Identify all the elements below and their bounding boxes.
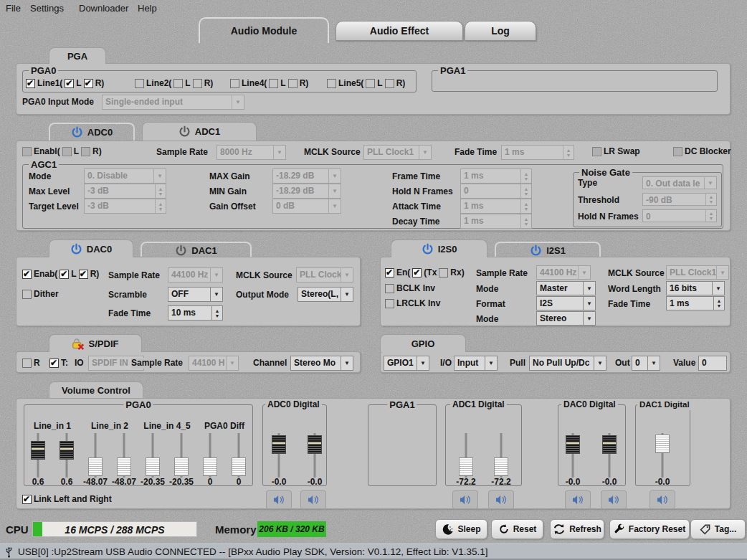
dac-fade-spinner[interactable]: 10 ms▲▼: [168, 305, 223, 321]
line4-r-checkbox[interactable]: [288, 79, 298, 88]
adc-enable-checkbox[interactable]: [22, 147, 32, 156]
tab-volume-control[interactable]: Volume Control: [49, 381, 143, 398]
volume-slider[interactable]: [196, 433, 224, 478]
tab-i2s0[interactable]: I2S0: [391, 239, 487, 257]
spdif-sample-rate-select[interactable]: 44100 H▼: [189, 356, 239, 371]
spinner-arrows[interactable]: ▲▼: [705, 210, 716, 222]
volume-slider[interactable]: [167, 433, 196, 478]
volume-slider[interactable]: [558, 433, 587, 478]
tab-audio-effect[interactable]: Audio Effect: [336, 21, 463, 41]
i2s-sample-rate-select[interactable]: 44100 Hz▼: [536, 265, 591, 280]
i2s-mode2-select[interactable]: Stereo▼: [536, 311, 596, 326]
spinner-arrows[interactable]: ▲▼: [705, 194, 716, 205]
gpio-pin-select[interactable]: GPIO1▼: [384, 356, 429, 371]
tab-log[interactable]: Log: [465, 21, 536, 41]
i2s-fade-spinner[interactable]: 1 ms▲▼: [666, 296, 725, 310]
refresh-button[interactable]: Refresh: [550, 519, 604, 539]
agc-target-level-spinner[interactable]: -3 dB▲▼: [84, 199, 166, 214]
mute-button[interactable]: [601, 490, 627, 509]
volume-slider[interactable]: [300, 433, 329, 478]
tag-button[interactable]: Tag...: [690, 519, 746, 539]
spinner-arrows[interactable]: ▲▼: [155, 184, 166, 198]
volume-slider[interactable]: [452, 433, 480, 478]
line4-checkbox[interactable]: [230, 79, 239, 88]
mute-button[interactable]: [488, 490, 514, 509]
volume-slider[interactable]: [648, 433, 677, 478]
line1-checkbox[interactable]: [26, 79, 35, 88]
menu-downloader[interactable]: Downloader: [79, 3, 128, 14]
mute-button[interactable]: [565, 490, 591, 509]
adc-fade-spinner[interactable]: 1 ms▲▼: [501, 145, 574, 160]
menu-file[interactable]: File: [6, 3, 21, 14]
agc-mode-select[interactable]: 0. Disable▼: [84, 169, 166, 184]
i2s-format-select[interactable]: I2S▼: [536, 296, 596, 310]
tab-dac1[interactable]: DAC1: [141, 242, 252, 257]
line5-r-checkbox[interactable]: [385, 79, 394, 88]
dac-sample-rate-select[interactable]: 44100 Hz▼: [168, 267, 223, 283]
volume-slider[interactable]: [138, 433, 167, 478]
adc-l-checkbox[interactable]: [62, 147, 72, 156]
spinner-arrows[interactable]: ▲▼: [155, 199, 166, 213]
adc-mclk-select[interactable]: PLL Clock1▼: [363, 145, 432, 160]
volume-slider[interactable]: [595, 433, 624, 478]
agc-decay-spinner[interactable]: 1 ms▲▼: [460, 214, 532, 229]
gpio-io-select[interactable]: Input▼: [454, 356, 498, 371]
spinner-arrows[interactable]: ▲▼: [520, 169, 531, 183]
gpio-pull-select[interactable]: No Pull Up/Dc▼: [529, 356, 606, 371]
tab-spdif[interactable]: S/PDIF: [49, 334, 142, 352]
volume-slider[interactable]: [110, 433, 138, 478]
spdif-r-checkbox[interactable]: [22, 359, 32, 368]
line2-checkbox[interactable]: [135, 79, 144, 88]
line5-l-checkbox[interactable]: [366, 79, 375, 88]
line1-l-checkbox[interactable]: [65, 79, 74, 88]
adc-r-checkbox[interactable]: [81, 147, 90, 156]
spinner-arrows[interactable]: ▲▼: [520, 184, 531, 198]
menu-settings[interactable]: Settings: [30, 3, 64, 14]
tab-audio-module[interactable]: Audio Module: [199, 17, 329, 43]
reset-button[interactable]: Reset: [491, 519, 543, 539]
spdif-t-checkbox[interactable]: [49, 359, 59, 368]
lrclk-inv-checkbox[interactable]: [385, 299, 394, 308]
dac-output-mode-select[interactable]: Stereo(L,▼: [298, 287, 353, 302]
line2-r-checkbox[interactable]: [193, 79, 202, 88]
i2s-mclk-select[interactable]: PLL Clock1▼: [666, 265, 729, 280]
agc-min-gain-select[interactable]: -18.29 dB▼: [272, 184, 341, 199]
mute-button[interactable]: [300, 490, 326, 509]
agc-frame-time-spinner[interactable]: 1 ms▲▼: [460, 169, 532, 184]
dither-checkbox[interactable]: [22, 290, 32, 299]
volume-slider[interactable]: [24, 433, 52, 478]
volume-slider[interactable]: [81, 433, 110, 478]
spinner-arrows[interactable]: ▲▼: [563, 146, 574, 159]
agc-gain-offset-select[interactable]: 0 dB▼: [272, 199, 341, 214]
dac-enable-checkbox[interactable]: [22, 270, 32, 279]
line2-l-checkbox[interactable]: [173, 79, 183, 88]
sleep-button[interactable]: Sleep: [435, 519, 487, 539]
spinner-arrows[interactable]: ▲▼: [713, 297, 724, 310]
agc-max-level-spinner[interactable]: -3 dB▲▼: [84, 184, 166, 199]
i2s-mode-select[interactable]: Master▼: [536, 281, 596, 295]
gpio-out-select[interactable]: 0▼: [632, 356, 660, 371]
i2s-tx-checkbox[interactable]: [412, 268, 422, 277]
tab-pga[interactable]: PGA: [49, 47, 106, 64]
agc-hold-frames-spinner[interactable]: 0▲▼: [460, 184, 532, 199]
tab-adc0[interactable]: ADC0: [49, 123, 135, 141]
tab-gpio[interactable]: GPIO: [380, 334, 466, 352]
volume-slider[interactable]: [487, 433, 515, 478]
volume-slider[interactable]: [52, 433, 81, 478]
lr-swap-checkbox[interactable]: [592, 147, 601, 156]
dc-blocker-checkbox[interactable]: [673, 147, 682, 156]
i2s-word-select[interactable]: 16 bits▼: [666, 281, 725, 295]
dac-mclk-select[interactable]: PLL Clock▼: [296, 267, 353, 283]
i2s-rx-checkbox[interactable]: [439, 268, 448, 277]
mute-button[interactable]: [452, 490, 478, 509]
bclk-inv-checkbox[interactable]: [385, 284, 394, 293]
mute-button[interactable]: [266, 490, 292, 509]
link-lr-checkbox[interactable]: [22, 495, 32, 504]
pga0-input-mode-select[interactable]: Single-ended input▼: [102, 95, 244, 110]
factory-reset-button[interactable]: Factory Reset: [609, 519, 690, 539]
noise-gate-hold-spinner[interactable]: 0▲▼: [642, 209, 717, 222]
menu-help[interactable]: Help: [138, 3, 157, 14]
line4-l-checkbox[interactable]: [269, 79, 278, 88]
tab-i2s1[interactable]: I2S1: [495, 242, 601, 257]
line5-checkbox[interactable]: [327, 79, 336, 88]
